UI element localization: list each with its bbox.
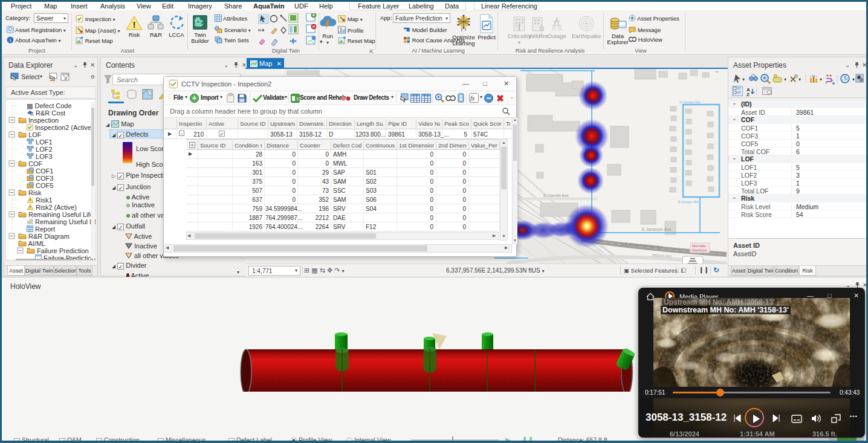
svg-text:▾: ▾ bbox=[742, 77, 745, 82]
svg-text:▾: ▾ bbox=[798, 77, 801, 82]
svg-text:▾: ▾ bbox=[784, 77, 786, 82]
svg-text:fx: fx bbox=[470, 95, 475, 102]
svg-text:E Geiger Rd: E Geiger Rd bbox=[678, 200, 698, 204]
svg-text:▾: ▾ bbox=[820, 77, 822, 82]
svg-text:!: ! bbox=[133, 20, 136, 30]
svg-text:E Jameson Ave: E Jameson Ave bbox=[642, 227, 672, 231]
svg-text:▾: ▾ bbox=[852, 77, 855, 82]
svg-text:⌄: ⌄ bbox=[714, 69, 719, 74]
svg-text:Z: Z bbox=[747, 92, 750, 97]
svg-text:N Gerber Rd: N Gerber Rd bbox=[679, 100, 700, 104]
svg-text:Mid-Valle: Mid-Valle bbox=[692, 244, 706, 248]
svg-text:E Garrett Ave: E Garrett Ave bbox=[543, 193, 569, 198]
svg-text:Distributio: Distributio bbox=[692, 248, 707, 252]
